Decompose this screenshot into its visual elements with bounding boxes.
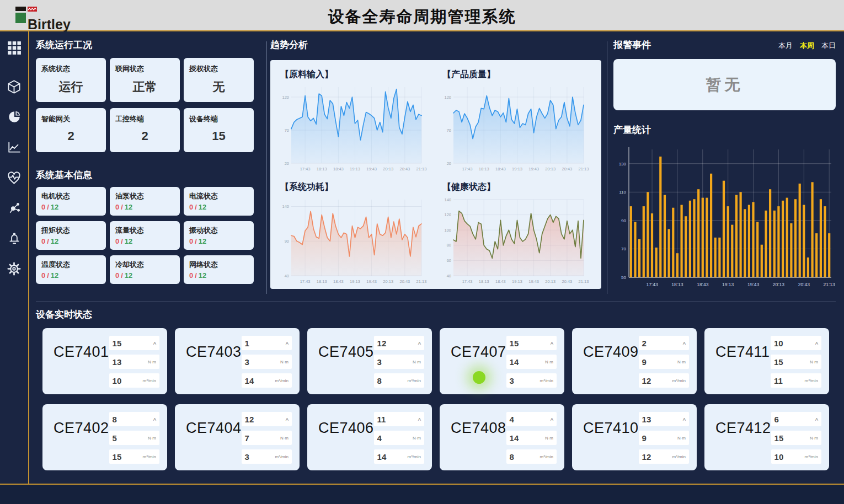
svg-text:120: 120 [444,95,451,100]
sidebar-item-topology[interactable] [7,200,22,216]
status-card-label: 联网状态 [115,64,174,74]
current-unit: A [418,341,421,346]
info-card: 流量状态 0/12 [110,221,180,250]
device-card[interactable]: CE7402 8 A 5 N·m 15 m³/min [42,404,167,470]
status-card: 授权状态 无 [184,58,254,102]
status-card-label: 授权状态 [189,64,248,74]
current-value: 1 [245,339,249,348]
device-card[interactable]: CE7411 10 A 15 N·m 11 m³/min [704,328,829,394]
device-card[interactable]: CE7412 6 A 15 N·m 10 m³/min [704,404,829,470]
flow-metric-row: 10 m³/min [771,449,821,464]
info-card-stat: 0/12 [41,271,100,280]
alarm-period-tabs: 本月 本周 本日 [778,41,836,51]
total-count: 12 [125,237,132,245]
info-card: 冷却状态 0/12 [110,255,180,284]
svg-text:17:43: 17:43 [300,167,311,171]
torque-metric-row: 14 N·m [506,355,557,369]
current-unit: A [683,417,686,422]
current-metric-row: 6 A [771,412,821,426]
sidebar-item-apps[interactable] [7,40,22,56]
info-card: 网络状态 0/12 [184,255,254,284]
stat-separator: / [47,271,49,280]
current-metric-row: 11 A [374,412,424,426]
svg-text:120: 120 [444,212,451,217]
device-card[interactable]: CE7405 12 A 3 N·m 8 m³/min [307,328,432,394]
flow-value: 11 [774,376,783,385]
current-value: 12 [377,339,387,348]
device-card[interactable]: CE7404 12 A 7 N·m 3 m³/min [175,404,300,470]
svg-text:19:13: 19:13 [512,279,522,284]
device-card-grid: CE7401 15 A 13 N·m 10 m³/min [42,328,836,470]
status-card-value: 2 [41,129,100,143]
sidebar-item-settings[interactable] [7,261,22,276]
info-card-label: 电流状态 [189,191,248,201]
sidebar-item-health[interactable] [7,170,22,185]
flow-unit: m³/min [540,454,553,459]
current-metric-row: 12 A [242,412,292,426]
current-metric-row: 12 A [374,336,424,350]
flow-unit: m³/min [275,378,289,383]
sidebar-item-trends[interactable] [7,140,22,155]
alarm-period-tab[interactable]: 本月 [778,41,793,51]
device-metrics: 12 A 7 N·m 3 m³/min [242,412,292,464]
footer-bar [0,484,844,504]
sidebar-item-alerts[interactable] [7,230,22,246]
section-title-alarm: 报警事件 [613,39,651,51]
trend-chart-cell: 【健康状态】 14012010080604017:4318:1318:4319:… [436,175,598,287]
svg-text:140: 140 [282,204,289,209]
sidebar-item-analytics[interactable] [7,109,22,125]
section-title-trend: 趋势分析 [270,39,601,51]
device-card[interactable]: CE7409 2 A 9 N·m 12 m³/min [572,328,697,394]
svg-text:21:13: 21:13 [579,167,589,171]
device-name: CE7405 [318,344,374,388]
svg-text:40: 40 [447,273,451,278]
alarm-count: 0 [115,271,119,280]
svg-text:17:43: 17:43 [462,167,473,171]
svg-text:20:13: 20:13 [545,167,555,171]
section-title-system-info: 系统基本信息 [36,169,265,181]
svg-text:60: 60 [447,258,451,262]
svg-text:19:13: 19:13 [350,167,360,171]
torque-metric-row: 7 N·m [242,431,292,445]
device-metrics: 10 A 15 N·m 11 m³/min [771,336,821,388]
svg-text:18:43: 18:43 [333,167,344,171]
status-card: 工控终端 2 [110,108,180,152]
device-card[interactable]: CE7408 4 A 14 N·m 8 m³/min [440,404,564,470]
flow-value: 8 [377,376,382,385]
flow-unit: m³/min [805,454,818,459]
svg-text:18:43: 18:43 [495,167,506,171]
device-metrics: 6 A 15 N·m 10 m³/min [771,412,821,464]
device-metrics: 12 A 3 N·m 8 m³/min [374,336,424,388]
flow-value: 14 [245,376,254,385]
info-card: 油泵状态 0/12 [110,187,180,216]
svg-text:17:43: 17:43 [646,282,658,287]
svg-text:20:43: 20:43 [798,282,810,287]
status-card: 联网状态 正常 [110,58,180,102]
flow-metric-row: 12 m³/min [639,373,689,388]
alarm-empty-box: 暂无 [613,59,836,110]
current-value: 8 [113,415,117,424]
svg-text:20: 20 [285,161,289,166]
running-indicator-dot [473,371,485,384]
alarm-period-tab[interactable]: 本日 [821,41,836,51]
sidebar-item-model[interactable] [7,79,22,94]
stat-separator: / [195,237,197,245]
device-card[interactable]: CE7403 1 A 3 N·m 14 m³/min [175,328,300,394]
device-card[interactable]: CE7410 13 A 9 N·m 12 m³/min [572,404,697,470]
device-card[interactable]: CE7401 15 A 13 N·m 10 m³/min [42,328,167,394]
info-card: 温度状态 0/12 [36,255,106,284]
flow-unit: m³/min [408,454,421,459]
flow-metric-row: 11 m³/min [771,373,821,388]
alarm-period-tab[interactable]: 本周 [800,41,814,51]
info-card-label: 振动状态 [189,226,248,235]
section-title-devices: 设备实时状态 [36,308,836,321]
torque-unit: N·m [810,360,818,364]
device-card[interactable]: CE7406 11 A 4 N·m 14 m³/min [307,404,432,470]
current-unit: A [286,341,289,346]
torque-unit: N·m [677,436,686,441]
device-card[interactable]: CE7407 15 A 14 N·m 3 m³/min [440,328,564,394]
health-pulse-icon [7,170,22,185]
svg-text:18:43: 18:43 [697,282,709,287]
torque-unit: N·m [545,360,553,364]
torque-value: 9 [642,433,647,443]
